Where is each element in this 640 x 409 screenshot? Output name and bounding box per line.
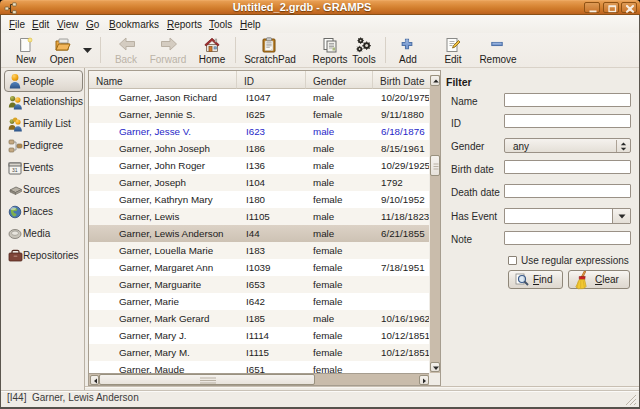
svg-text:31: 31: [12, 167, 18, 173]
